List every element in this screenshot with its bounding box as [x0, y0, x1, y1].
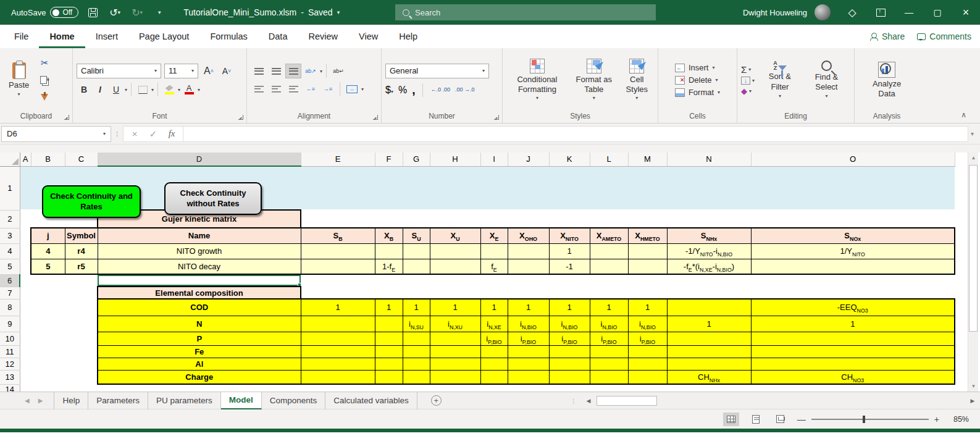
ribbon-display-options-button[interactable] — [866, 0, 895, 25]
cell-H12[interactable] — [430, 358, 480, 370]
cell-I11[interactable] — [480, 345, 508, 358]
cell-B9[interactable] — [31, 316, 65, 332]
cell-E8[interactable]: 1 — [301, 299, 375, 316]
save-button[interactable] — [85, 4, 101, 20]
zoom-out-button[interactable]: — — [797, 414, 806, 424]
cell-K11[interactable] — [549, 345, 590, 358]
cell-N4[interactable]: -1/YNITO-iN,BIO — [667, 243, 751, 259]
sheet-tab-pu-parameters[interactable]: PU parameters — [148, 392, 221, 409]
document-title[interactable]: TutorialOne_Mini_Sumo.xlsm - Saved ▾ — [183, 7, 340, 17]
column-header-D[interactable]: D — [98, 153, 301, 166]
column-header-O[interactable]: O — [751, 153, 955, 166]
cell-L6[interactable] — [590, 274, 628, 287]
cell-O7[interactable] — [751, 287, 955, 299]
cell-J8[interactable]: 1 — [508, 299, 549, 316]
cell-E11[interactable] — [301, 345, 375, 358]
cell-I7[interactable] — [480, 287, 508, 299]
zoom-slider[interactable] — [811, 419, 929, 420]
top-align-button[interactable] — [251, 64, 267, 78]
column-header-H[interactable]: H — [430, 153, 480, 166]
fill-color-dropdown-icon[interactable]: ▾ — [178, 87, 180, 93]
cell-E4[interactable] — [301, 243, 375, 259]
cell-D14[interactable] — [98, 384, 301, 392]
cell-K4[interactable]: 1 — [549, 243, 590, 259]
scroll-right-button[interactable]: ▶ — [967, 395, 978, 406]
cell-A14[interactable] — [20, 384, 31, 392]
vertical-scrollbar[interactable]: ▲ ▼ — [968, 153, 978, 392]
cell-F5[interactable]: 1-fE — [375, 259, 403, 274]
user-name[interactable]: Dwight Houweling — [743, 8, 807, 17]
cell-H9[interactable]: iN,XU — [430, 316, 480, 332]
cell-D5[interactable]: NITO decay — [98, 259, 301, 274]
row-header-2[interactable]: 2 — [0, 210, 20, 228]
cell-E13[interactable] — [301, 370, 375, 384]
cell-N10[interactable] — [667, 332, 751, 345]
cell-D7[interactable]: Elemental composition — [98, 287, 301, 299]
tab-insert[interactable]: Insert — [85, 25, 128, 48]
column-header-F[interactable]: F — [375, 153, 403, 166]
cell-F13[interactable] — [375, 370, 403, 384]
tab-data[interactable]: Data — [258, 25, 298, 48]
cell-I12[interactable] — [480, 358, 508, 370]
cell-H10[interactable] — [430, 332, 480, 345]
cell-O8[interactable]: -EEQNO3 — [751, 299, 955, 316]
increase-indent-button[interactable]: →≡ — [320, 82, 336, 96]
cell-K2[interactable] — [549, 210, 590, 228]
cell-C13[interactable] — [65, 370, 98, 384]
cell-I3[interactable]: XE — [480, 228, 508, 243]
merge-center-dropdown-icon[interactable]: ▾ — [361, 86, 364, 92]
cell-N3[interactable]: SNHx — [667, 228, 751, 243]
comma-style-button[interactable]: , — [412, 83, 415, 97]
normal-view-button[interactable] — [723, 413, 739, 426]
cell-K13[interactable] — [549, 370, 590, 384]
cell-J6[interactable] — [508, 274, 549, 287]
cell-banner-row[interactable] — [20, 166, 955, 210]
cell-M7[interactable] — [628, 287, 667, 299]
cell-H5[interactable] — [430, 259, 480, 274]
cell-O3[interactable]: SNOx — [751, 228, 955, 243]
row-header-4[interactable]: 4 — [0, 243, 20, 259]
cell-I2[interactable] — [480, 210, 508, 228]
cell-B5[interactable]: 5 — [31, 259, 65, 274]
column-header-A[interactable]: A — [20, 153, 31, 166]
cell-C6[interactable] — [65, 274, 98, 287]
cell-N2[interactable] — [667, 210, 751, 228]
collapse-ribbon-button[interactable]: ∧ — [961, 111, 966, 119]
cell-I6[interactable] — [480, 274, 508, 287]
cell-N5[interactable]: -fE*(iN,XE-iN,BIO) — [667, 259, 751, 274]
zoom-slider-thumb[interactable] — [863, 416, 865, 423]
cell-D8[interactable]: COD — [98, 299, 301, 316]
cell-G8[interactable]: 1 — [403, 299, 430, 316]
cell-B4[interactable]: 4 — [31, 243, 65, 259]
cell-B3[interactable]: j — [31, 228, 65, 243]
cell-L13[interactable] — [590, 370, 628, 384]
cell-F9[interactable] — [375, 316, 403, 332]
underline-button[interactable]: U — [109, 83, 124, 97]
cell-E10[interactable] — [301, 332, 375, 345]
tab-page-layout[interactable]: Page Layout — [128, 25, 199, 48]
cell-M6[interactable] — [628, 274, 667, 287]
page-layout-view-button[interactable] — [748, 413, 764, 426]
horizontal-scroll-thumb[interactable] — [597, 396, 657, 406]
formula-bar-drag-handle[interactable]: ⁞ — [116, 130, 118, 138]
cell-L8[interactable]: 1 — [590, 299, 628, 316]
cell-I9[interactable]: iN,XE — [480, 316, 508, 332]
font-dialog-launcher[interactable] — [238, 115, 243, 120]
borders-button[interactable] — [135, 83, 150, 97]
percent-style-button[interactable]: % — [398, 85, 407, 96]
cell-F6[interactable] — [375, 274, 403, 287]
cell-B14[interactable] — [31, 384, 65, 392]
decrease-font-button[interactable]: A˅ — [219, 64, 234, 78]
horizontal-scroll-track[interactable] — [594, 395, 967, 406]
cell-J2[interactable] — [508, 210, 549, 228]
merge-center-button[interactable]: ↔ — [344, 82, 360, 96]
cell-styles-button[interactable]: Cell Styles ▾ — [620, 57, 654, 103]
cell-C10[interactable] — [65, 332, 98, 345]
cell-C8[interactable] — [65, 299, 98, 316]
paste-button[interactable]: Paste ▾ — [4, 61, 34, 98]
row-header-1[interactable]: 1 — [0, 166, 20, 210]
cell-A10[interactable] — [20, 332, 31, 345]
cell-D11[interactable]: Fe — [98, 345, 301, 358]
sheet-tab-parameters[interactable]: Parameters — [88, 392, 148, 409]
sheet-tab-components[interactable]: Components — [262, 392, 326, 409]
